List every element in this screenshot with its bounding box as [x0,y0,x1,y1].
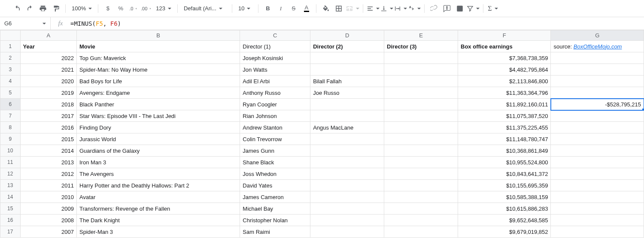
cell[interactable]: 2008 [20,215,76,226]
cell[interactable]: Colin Trevorrow [240,133,310,145]
row-header[interactable]: 8 [0,122,21,133]
functions-button[interactable]: Σ [487,3,499,15]
zoom-dropdown[interactable]: 100% [69,3,94,15]
cell[interactable] [310,180,384,191]
cell[interactable] [551,203,644,215]
cell[interactable]: Spider-Man 3 [77,226,240,238]
cell[interactable] [551,157,644,168]
row-header[interactable]: 15 [0,203,21,215]
link[interactable]: BoxOfficeMojo.com [574,43,622,50]
format-currency-button[interactable]: $ [102,3,114,15]
row-header[interactable]: 13 [0,180,21,191]
font-family-dropdown[interactable]: Default (Ari... [181,3,228,15]
cell[interactable]: 2016 [20,122,76,133]
cell[interactable] [384,226,458,238]
cell[interactable]: 2022 [20,52,76,64]
cell[interactable] [384,99,458,110]
insert-chart-button[interactable] [454,3,466,15]
cell[interactable]: 2007 [20,226,76,238]
decrease-decimal-button[interactable]: .0 [128,3,140,15]
cell[interactable]: Avengers: Endgame [77,87,240,99]
cell[interactable]: Iron Man 3 [77,157,240,168]
row-header[interactable]: 10 [0,145,21,157]
cell[interactable]: Christopher Nolan [240,215,310,226]
cell[interactable]: Anthony Russo [240,87,310,99]
cell[interactable]: David Yates [240,180,310,191]
cell[interactable]: $7,368,738,359 [458,52,551,64]
cell[interactable]: Black Panther [77,99,240,110]
cell[interactable]: Joe Russo [310,87,384,99]
cell[interactable] [384,87,458,99]
cell[interactable]: The Dark Knight [77,215,240,226]
cell[interactable]: James Gunn [240,145,310,157]
row-header[interactable]: 3 [0,64,21,76]
cell[interactable] [310,157,384,168]
text-wrap-button[interactable] [394,3,407,15]
cell[interactable]: Top Gun: Maverick [77,52,240,64]
cell[interactable]: $10,585,388,159 [458,191,551,203]
cell[interactable]: $10,155,695,359 [458,180,551,191]
cell[interactable] [551,168,644,180]
col-header-A[interactable]: A [20,30,76,41]
strikethrough-button[interactable]: S [288,3,300,15]
cell[interactable] [310,99,384,110]
cell[interactable]: $4,482,795,864 [458,64,551,76]
row-header[interactable]: 16 [0,215,21,226]
row-header[interactable]: 17 [0,226,21,238]
cell[interactable] [551,133,644,145]
select-all-corner[interactable] [0,30,21,41]
cell[interactable] [551,215,644,226]
cell[interactable]: Box office earnings [458,41,551,52]
cell[interactable] [384,203,458,215]
cell[interactable] [310,226,384,238]
cell[interactable]: source: BoxOfficeMojo.com [551,41,644,52]
cell[interactable]: Sam Raimi [240,226,310,238]
cell[interactable] [310,191,384,203]
cell[interactable]: 2019 [20,87,76,99]
cell[interactable]: $9,652,648,585 [458,215,551,226]
cell[interactable]: Transformers: Revenge of the Fallen [77,203,240,215]
cell[interactable]: Shane Black [240,157,310,168]
cell[interactable]: $11,148,780,747 [458,133,551,145]
cell[interactable]: 2011 [20,180,76,191]
cell[interactable]: Adil El Arbi [240,76,310,87]
cell[interactable]: $11,375,225,455 [458,122,551,133]
cell[interactable] [310,133,384,145]
cell[interactable]: 2010 [20,191,76,203]
row-header[interactable]: 2 [0,52,21,64]
cell[interactable]: Andrew Stanton [240,122,310,133]
cell[interactable] [310,110,384,122]
cell[interactable]: 2009 [20,203,76,215]
cell[interactable]: Finding Dory [77,122,240,133]
row-header[interactable]: 14 [0,191,21,203]
col-header-G[interactable]: G [551,30,644,41]
increase-decimal-button[interactable]: .00 [140,3,152,15]
cell[interactable]: Jon Watts [240,64,310,76]
cell[interactable] [310,52,384,64]
col-header-C[interactable]: C [240,30,310,41]
cell[interactable] [384,133,458,145]
print-button[interactable] [37,3,49,15]
format-percent-button[interactable]: % [115,3,127,15]
col-header-E[interactable]: E [384,30,458,41]
cell[interactable]: $10,843,641,372 [458,168,551,180]
cell[interactable] [384,145,458,157]
filter-button[interactable] [467,3,480,15]
formula-input[interactable]: =MINUS(F5, F6) [70,20,644,27]
redo-button[interactable] [24,3,36,15]
cell[interactable]: $2,113,846,800 [458,76,551,87]
cell[interactable]: -$528,795,215 [551,99,644,110]
cell[interactable]: 2017 [20,110,76,122]
cell[interactable]: Spider-Man: No Way Home [77,64,240,76]
cell[interactable] [384,52,458,64]
cell[interactable]: Angus MacLane [310,122,384,133]
cell[interactable] [384,122,458,133]
col-header-D[interactable]: D [310,30,384,41]
cell[interactable]: Bilall Fallah [310,76,384,87]
horizontal-align-button[interactable] [367,3,380,15]
paint-format-button[interactable] [50,3,62,15]
cell[interactable]: Rian Johnson [240,110,310,122]
cell[interactable]: 2020 [20,76,76,87]
cell[interactable]: Jurassic World [77,133,240,145]
cell[interactable] [384,64,458,76]
